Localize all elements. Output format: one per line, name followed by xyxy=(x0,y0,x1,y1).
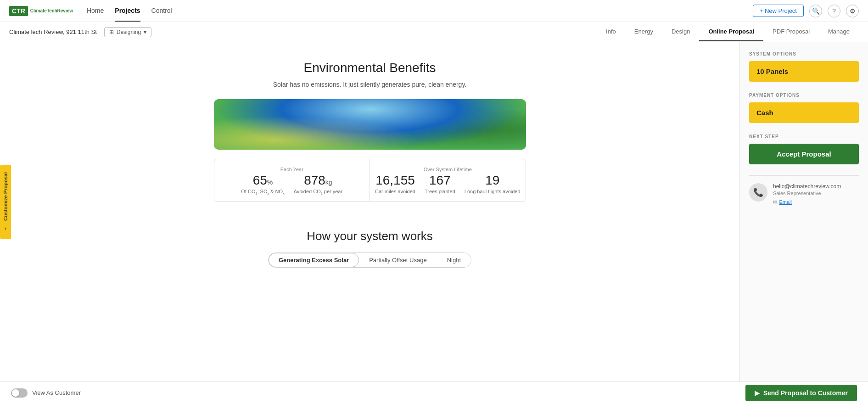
system-works-title: How your system works xyxy=(214,229,526,243)
view-customer-toggle[interactable] xyxy=(11,388,28,398)
stat-kg-value: 878kg xyxy=(294,174,343,187)
customize-proposal-tab[interactable]: › Customize Proposal xyxy=(0,165,11,239)
environmental-section: Environmental Benefits Solar has no emis… xyxy=(205,42,535,229)
tab-pdf-proposal[interactable]: PDF Proposal xyxy=(763,22,819,41)
payment-options-label: PAYMENT OPTIONS xyxy=(749,93,859,98)
stat-kg: 878kg Avoided CO2 per year xyxy=(294,174,343,196)
each-year-values: 65% Of CO2, SOx & NOx 878kg Avoided CO2 … xyxy=(219,174,365,196)
contact-email: hello@climatechreview.com xyxy=(773,183,841,190)
chevron-down-icon: ▾ xyxy=(144,29,146,35)
system-tab-generating[interactable]: Generating Excess Solar xyxy=(269,253,359,267)
right-sidebar: SYSTEM OPTIONS 10 Panels PAYMENT OPTIONS… xyxy=(739,42,868,404)
nature-image xyxy=(214,99,526,150)
contact-area: 📞 hello@climatechreview.com Sales Repres… xyxy=(749,183,859,206)
nature-image-inner xyxy=(214,99,526,150)
stat-kg-unit: kg xyxy=(325,179,332,186)
tab-design[interactable]: Design xyxy=(662,22,699,41)
view-customer-label: View As Customer xyxy=(32,389,81,396)
stat-group-each-year: Each Year 65% Of CO2, SOx & NOx 878kg xyxy=(214,159,370,201)
nav-links: Home Projects Control xyxy=(87,0,753,22)
lifetime-values: 16,155 Car miles avoided 167 Trees plant… xyxy=(375,174,521,194)
status-badge[interactable]: ⊞ Designing ▾ xyxy=(104,27,151,37)
system-works-tabs: Generating Excess Solar Partially Offset… xyxy=(268,252,471,268)
stat-pct-unit: % xyxy=(267,179,273,186)
tab-online-proposal[interactable]: Online Proposal xyxy=(699,22,763,41)
stat-miles: 16,155 Car miles avoided xyxy=(375,174,415,194)
stat-trees: 167 Trees planted xyxy=(425,174,455,194)
search-icon[interactable]: 🔍 xyxy=(809,5,822,17)
send-icon: ▶ xyxy=(755,389,760,397)
next-step-label: NEXT STEP xyxy=(749,134,859,139)
phone-icon: 📞 xyxy=(749,183,767,202)
stat-trees-label: Trees planted xyxy=(425,189,455,194)
settings-icon[interactable]: ⚙ xyxy=(846,5,859,17)
project-title: ClimateTech Review, 921 11th St xyxy=(9,28,97,35)
system-works-section: How your system works Generating Excess … xyxy=(205,229,535,291)
accept-proposal-button[interactable]: Accept Proposal xyxy=(749,144,859,164)
nav-control[interactable]: Control xyxy=(151,0,172,22)
send-proposal-button[interactable]: ▶ Send Proposal to Customer xyxy=(745,385,857,401)
stat-flights: 19 Long haul flights avoided xyxy=(465,174,521,194)
contact-email-link[interactable]: Email xyxy=(779,199,792,205)
system-tab-night[interactable]: Night xyxy=(437,253,471,267)
page-layout: Environmental Benefits Solar has no emis… xyxy=(0,42,868,404)
stat-flights-value: 19 xyxy=(465,174,521,187)
system-options-label: SYSTEM OPTIONS xyxy=(749,51,859,56)
nav-projects[interactable]: Projects xyxy=(115,0,140,22)
logo-ctr: CTR xyxy=(9,6,28,16)
view-customer-area: View As Customer xyxy=(11,388,81,398)
tab-info[interactable]: Info xyxy=(597,22,625,41)
payment-option-button[interactable]: Cash xyxy=(749,102,859,123)
stat-miles-value: 16,155 xyxy=(375,174,415,187)
status-icon: ⊞ xyxy=(109,29,114,35)
main-content: Environmental Benefits Solar has no emis… xyxy=(0,42,739,404)
system-option-button[interactable]: 10 Panels xyxy=(749,61,859,82)
sub-navigation: ClimateTech Review, 921 11th St ⊞ Design… xyxy=(0,22,868,42)
tab-manage[interactable]: Manage xyxy=(819,22,859,41)
help-icon[interactable]: ? xyxy=(828,5,840,17)
status-label: Designing xyxy=(117,29,141,35)
toggle-knob xyxy=(12,389,19,397)
stat-flights-label: Long haul flights avoided xyxy=(465,189,521,194)
nav-home[interactable]: Home xyxy=(87,0,104,22)
sub-nav-tabs: Info Energy Design Online Proposal PDF P… xyxy=(597,22,859,41)
tab-energy[interactable]: Energy xyxy=(625,22,662,41)
logo-area: CTR ClimateTechReview xyxy=(9,6,73,16)
new-project-button[interactable]: + New Project xyxy=(753,5,804,17)
send-proposal-label: Send Proposal to Customer xyxy=(763,389,848,397)
customize-label: Customize Proposal xyxy=(3,172,8,221)
stat-pct-label: Of CO2, SOx & NOx xyxy=(241,189,284,196)
divider xyxy=(749,175,859,176)
nav-right-actions: + New Project 🔍 ? ⚙ xyxy=(753,5,859,17)
lifetime-header: Over System Lifetime xyxy=(375,167,521,172)
each-year-header: Each Year xyxy=(219,167,365,172)
stats-row: Each Year 65% Of CO2, SOx & NOx 878kg xyxy=(214,159,526,202)
chevron-right-icon: › xyxy=(5,226,6,232)
stat-miles-label: Car miles avoided xyxy=(375,189,415,194)
stat-percentage: 65% Of CO2, SOx & NOx xyxy=(241,174,284,196)
email-icon: ✉ xyxy=(773,199,777,205)
stat-trees-value: 167 xyxy=(425,174,455,187)
stat-group-lifetime: Over System Lifetime 16,155 Car miles av… xyxy=(370,159,526,201)
contact-role: Sales Representative xyxy=(773,191,841,196)
system-tab-partial[interactable]: Partially Offset Usage xyxy=(359,253,437,267)
env-title: Environmental Benefits xyxy=(214,61,526,75)
stat-kg-label: Avoided CO2 per year xyxy=(294,189,343,196)
top-navigation: CTR ClimateTechReview Home Projects Cont… xyxy=(0,0,868,22)
env-subtitle: Solar has no emissions. It just silently… xyxy=(214,81,526,88)
stat-pct-value: 65% xyxy=(241,174,284,187)
contact-details: hello@climatechreview.com Sales Represen… xyxy=(773,183,841,206)
bottom-bar: View As Customer ▶ Send Proposal to Cust… xyxy=(0,381,868,404)
logo-brand: ClimateTechReview xyxy=(30,8,73,13)
